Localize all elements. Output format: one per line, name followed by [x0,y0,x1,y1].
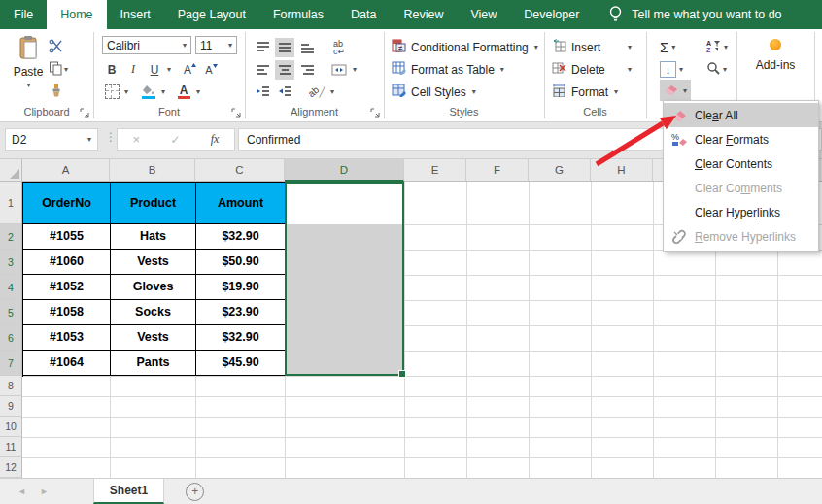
new-sheet-button[interactable]: + [186,479,204,504]
clipboard-dialog-launcher[interactable] [80,107,89,117]
enter-icon[interactable]: ✓ [170,133,180,147]
table-cell[interactable]: Vests [111,325,196,351]
alignment-dialog-launcher[interactable] [370,107,380,117]
sheet-nav-left-icon[interactable]: ◄ [17,487,26,496]
table-cell[interactable]: $50.90 [196,250,286,275]
decrease-font-size-button[interactable]: A [202,60,222,80]
font-name-combo[interactable]: Calibri ▾ [102,36,191,54]
table-cell[interactable]: Socks [111,300,196,325]
table-cell[interactable]: Pants [111,351,196,376]
increase-indent-icon[interactable] [275,83,294,102]
italic-button[interactable]: I [123,60,143,80]
table-cell[interactable]: $19.90 [196,275,286,300]
cut-button[interactable] [49,37,63,57]
fill-color-button[interactable] [139,83,158,102]
tab-review[interactable]: Review [390,0,457,29]
format-button[interactable]: Format ▾ [552,82,639,102]
fill-button[interactable]: ↓ ▾ [660,59,683,80]
sort-filter-button[interactable]: AZ ▾ [706,37,728,57]
row-header-12[interactable]: 12 [0,457,22,478]
chevron-down-icon[interactable]: ▾ [64,65,68,74]
chevron-down-icon[interactable]: ▾ [330,87,334,96]
table-header-cell[interactable]: Product [111,183,196,224]
cell-styles-button[interactable]: Cell Styles ▾ [392,82,476,102]
table-cell[interactable]: #1060 [23,250,111,275]
table-cell[interactable]: #1052 [23,275,111,300]
insert-function-icon[interactable]: fx [211,132,220,147]
cancel-icon[interactable]: × [133,132,141,147]
tab-developer[interactable]: Developer [510,0,593,29]
table-header-cell[interactable]: Amount [196,183,286,224]
bold-button[interactable]: B [102,60,121,80]
selection-range[interactable] [285,182,404,376]
chevron-down-icon[interactable]: ▾ [124,87,128,96]
tab-page-layout[interactable]: Page Layout [164,0,259,29]
format-as-table-button[interactable]: Format as Table ▾ [392,59,504,80]
row-header-3[interactable]: 3 [0,250,22,275]
table-cell[interactable]: $45.90 [196,351,286,376]
selected-cells[interactable] [287,224,402,374]
select-all-corner[interactable] [0,159,22,182]
name-box[interactable]: D2 ▾ [5,128,98,151]
menu-item-clear-contents[interactable]: Clear Contents [664,151,818,176]
tab-file[interactable]: File [0,0,47,29]
row-header-5[interactable]: 5 [0,300,22,325]
insert-button[interactable]: Insert ▾ [552,37,639,57]
sheet-nav-right-icon[interactable]: ► [40,487,49,496]
borders-button[interactable] [102,83,121,102]
table-header-cell[interactable]: OrderNo [23,183,111,224]
align-middle-icon[interactable] [275,38,294,57]
conditional-formatting-button[interactable]: ≠ Conditional Formatting ▾ [392,37,538,57]
column-header-D[interactable]: D [285,159,404,182]
tell-me-box[interactable]: Tell me what you want to do [608,0,781,29]
row-header-2[interactable]: 2 [0,224,22,250]
table-cell[interactable]: $32.90 [196,325,286,351]
column-header-H[interactable]: H [591,159,653,182]
tab-insert[interactable]: Insert [107,0,164,29]
decrease-indent-icon[interactable] [253,83,272,102]
align-right-icon[interactable] [297,60,317,80]
orientation-icon[interactable]: ab╱ [307,83,326,102]
table-cell[interactable]: Hats [111,224,196,250]
chevron-down-icon[interactable]: ▾ [353,65,357,74]
chevron-down-icon[interactable]: ▾ [683,86,687,95]
tab-home[interactable]: Home [47,0,106,29]
chevron-down-icon[interactable]: ▾ [196,87,200,96]
tab-view[interactable]: View [457,0,510,29]
font-dialog-launcher[interactable] [231,107,241,117]
align-top-icon[interactable] [253,38,272,57]
menu-item-clear-hyperlinks[interactable]: Clear Hyperlinks [664,200,818,224]
align-center-icon[interactable] [275,60,294,80]
column-header-C[interactable]: C [195,159,285,182]
column-header-A[interactable]: A [22,159,110,182]
table-cell[interactable]: #1055 [23,224,111,250]
tab-data[interactable]: Data [337,0,390,29]
table-cell[interactable]: $32.90 [196,224,286,250]
paste-button[interactable]: Paste ▾ [8,35,49,105]
row-header-9[interactable]: 9 [0,396,22,417]
increase-font-size-button[interactable]: A [181,60,200,80]
fill-handle[interactable] [398,370,406,378]
addins-button[interactable] [736,39,814,50]
row-header-11[interactable]: 11 [0,437,22,457]
chevron-down-icon[interactable]: ▾ [167,65,171,74]
table-cell[interactable]: Vests [111,250,196,275]
font-color-button[interactable]: A [174,83,193,102]
row-header-10[interactable]: 10 [0,417,22,437]
autosum-button[interactable]: Σ ▾ [660,37,675,57]
column-header-F[interactable]: F [466,159,529,182]
align-bottom-icon[interactable] [297,38,317,57]
table-cell[interactable]: #1058 [23,300,111,325]
table-cell[interactable]: $23.90 [196,300,286,325]
row-header-6[interactable]: 6 [0,325,22,351]
find-select-button[interactable]: ▾ [706,59,727,80]
format-painter-button[interactable] [49,82,63,102]
row-header-4[interactable]: 4 [0,275,22,300]
table-cell[interactable]: #1064 [23,351,111,376]
underline-button[interactable]: U [145,60,164,80]
chevron-down-icon[interactable]: ▾ [161,87,165,96]
wrap-text-icon[interactable]: abc↵ [329,38,349,57]
column-header-E[interactable]: E [404,159,466,182]
delete-button[interactable]: Delete ▾ [552,59,639,80]
formula-bar-grip[interactable]: ⋮ [105,130,116,144]
